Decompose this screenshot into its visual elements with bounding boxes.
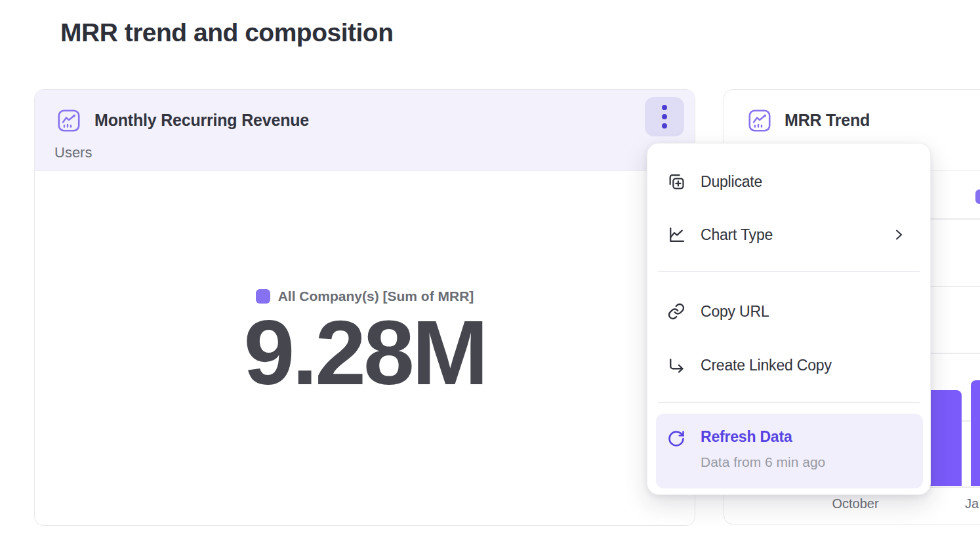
menu-item-duplicate[interactable]: Duplicate (647, 161, 930, 203)
refresh-data-timestamp: Data from 6 min ago (701, 454, 825, 470)
kpi-value: 9.28M (34, 307, 695, 399)
chart-type-icon (667, 226, 685, 244)
menu-item-label: Chart Type (701, 226, 773, 244)
chart-widget-icon (58, 109, 80, 132)
menu-item-label: Copy URL (701, 303, 769, 321)
x-axis-label-january: Ja (965, 496, 979, 511)
refresh-icon (667, 429, 685, 448)
chevron-right-icon (891, 227, 907, 243)
menu-item-chart-type[interactable]: Chart Type (647, 214, 930, 256)
menu-item-refresh-data[interactable]: Refresh Data Data from 6 min ago (656, 414, 923, 488)
page-title: MRR trend and composition (60, 18, 394, 47)
card-options-menu: Duplicate Chart Type Copy URL (647, 143, 931, 495)
refresh-data-label: Refresh Data (701, 428, 792, 446)
card-subtitle: Users (54, 144, 92, 161)
menu-item-create-linked-copy[interactable]: Create Linked Copy (647, 344, 930, 386)
linked-copy-arrow-icon (667, 356, 685, 374)
menu-item-label: Create Linked Copy (701, 357, 832, 374)
card-title: MRR Trend (785, 111, 870, 130)
card-options-button[interactable] (645, 97, 684, 136)
menu-item-label: Duplicate (701, 173, 762, 191)
duplicate-icon (667, 172, 685, 191)
menu-divider (658, 271, 920, 272)
menu-item-copy-url[interactable]: Copy URL (647, 290, 930, 332)
legend-swatch (975, 189, 980, 204)
chart-widget-icon (748, 109, 771, 132)
menu-divider (658, 402, 920, 403)
mrr-trend-bar[interactable] (971, 380, 980, 486)
x-axis-label-october: October (790, 496, 921, 511)
card-title: Monthly Recurring Revenue (94, 111, 309, 130)
kebab-vertical-icon (662, 105, 667, 110)
link-icon (667, 302, 685, 321)
mrr-card-header (35, 90, 695, 171)
